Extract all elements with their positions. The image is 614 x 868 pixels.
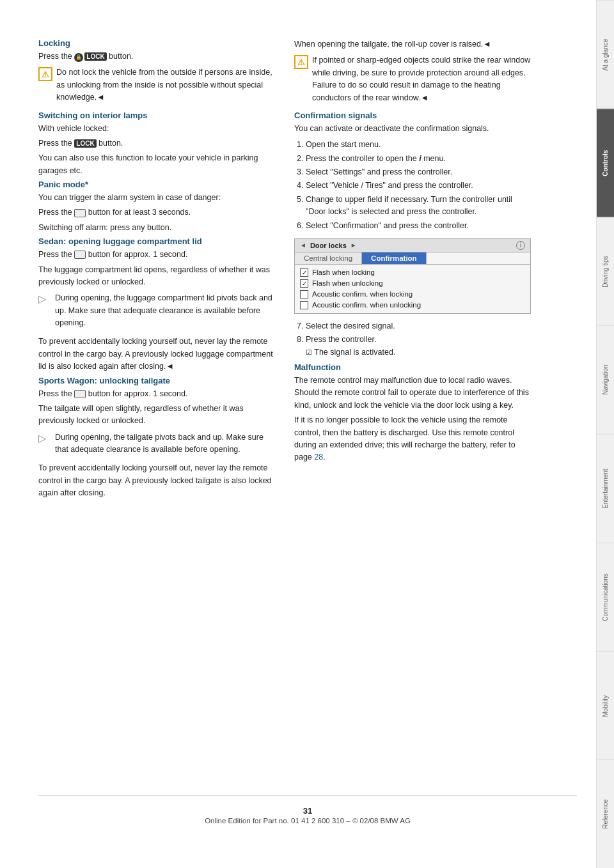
sports-wagon-note: ▷ During opening, the tailgate pivots ba…	[38, 431, 275, 459]
dl-option-4: Acoustic confirm. when unlocking	[300, 300, 525, 311]
sedan-text3: To prevent accidentally locking yourself…	[38, 336, 275, 373]
interior-lamps-section: Switching on interior lamps With vehicle…	[38, 111, 275, 178]
sports-wagon-title: Sports Wagon: unlocking tailgate	[38, 376, 275, 385]
rear-window-warning: ⚠ If pointed or sharp-edged objects coul…	[294, 54, 531, 107]
malfunction-text1: The remote control may malfunction due t…	[294, 375, 531, 412]
panic-mode-text3: Switching off alarm: press any button.	[38, 222, 275, 234]
checkbox-acoustic-locking[interactable]	[300, 290, 308, 298]
sedan-text2: The luggage compartment lid opens, regar…	[38, 264, 275, 289]
left-column: Locking Press the 🔒LOCK button. ⚠ Do not…	[38, 38, 275, 782]
step-8: Press the controller. ☑ The signal is ac…	[306, 334, 531, 359]
door-locks-nav-left: ◄	[300, 242, 306, 249]
interior-lamps-text1: With vehicle locked:	[38, 123, 275, 135]
step-2: Press the controller to open the i menu.	[306, 153, 531, 165]
step-4: Select "Vehicle / Tires" and press the c…	[306, 180, 531, 192]
door-locks-title-inner: ◄ Door locks ►	[300, 242, 357, 249]
triangle-note-icon: ▷	[38, 293, 51, 332]
sedan-note-text: During opening, the luggage compartment …	[55, 292, 275, 329]
sedan-text1: Press the button for approx. 1 second.	[38, 249, 275, 261]
interior-lamps-text2: Press the LOCK button.	[38, 137, 275, 150]
warning-triangle-icon2: ⚠	[294, 55, 308, 69]
sports-wagon-note-text: During opening, the tailgate pivots back…	[55, 431, 275, 456]
step-5: Change to upper field if necessary. Turn…	[306, 194, 531, 219]
checkbox-acoustic-unlocking[interactable]	[300, 301, 308, 309]
footer-text: Online Edition for Part no. 01 41 2 600 …	[38, 817, 577, 825]
locking-warning: ⚠ Do not lock the vehicle from the outsi…	[38, 66, 275, 106]
malfunction-title: Malfunction	[294, 362, 531, 372]
i-menu-label: i	[419, 154, 421, 163]
dl-label-acoustic-locking: Acoustic confirm. when locking	[312, 290, 413, 298]
right-column: When opening the tailgate, the roll-up c…	[294, 38, 531, 782]
malfunction-section: Malfunction The remote control may malfu…	[294, 362, 531, 464]
dl-label-flash-unlocking: Flash when unlocking	[312, 279, 383, 287]
side-tab-entertainment[interactable]: Entertainment	[597, 434, 614, 543]
door-locks-widget: ◄ Door locks ► i Central locking Confirm…	[294, 238, 531, 314]
malfunction-page-link[interactable]: 28	[314, 453, 323, 461]
check-mark-1: ✓	[302, 269, 307, 276]
lock-icon: 🔒	[74, 53, 83, 62]
sedan-note: ▷ During opening, the luggage compartmen…	[38, 292, 275, 332]
door-locks-tabs: Central locking Confirmation	[295, 252, 530, 265]
panic-mode-section: Panic mode* You can trigger the alarm sy…	[38, 180, 275, 234]
door-locks-info-icon: i	[516, 241, 525, 250]
sedan-section: Sedan: opening luggage compartment lid P…	[38, 236, 275, 373]
locking-warning-text: Do not lock the vehicle from the outside…	[56, 66, 275, 104]
side-tab-communications[interactable]: Communications	[597, 543, 614, 651]
dl-label-acoustic-unlocking: Acoustic confirm. when unlocking	[312, 301, 421, 309]
dl-option-2: ✓ Flash when unlocking	[300, 278, 525, 289]
confirmation-steps-list: Open the start menu. Press the controlle…	[294, 139, 531, 232]
tailgate-text: When opening the tailgate, the roll-up c…	[294, 38, 531, 50]
page-footer: 31 Online Edition for Part no. 01 41 2 6…	[38, 795, 577, 830]
step-6: Select "Confirmation" and press the cont…	[306, 220, 531, 232]
confirmation-signals-section: Confirmation signals You can activate or…	[294, 111, 531, 232]
page-number: 31	[38, 806, 577, 816]
steps-after-ui-list: Select the desired signal. Press the con…	[294, 320, 531, 359]
door-locks-tab-central[interactable]: Central locking	[295, 252, 362, 264]
side-tab-driving-tips[interactable]: Driving tips	[597, 217, 614, 326]
door-locks-tab-confirmation[interactable]: Confirmation	[362, 252, 427, 264]
check-mark-2: ✓	[302, 280, 307, 287]
checkbox-flash-unlocking[interactable]: ✓	[300, 279, 308, 288]
lock-button-label2: LOCK	[74, 139, 96, 148]
dl-option-3: Acoustic confirm. when locking	[300, 289, 525, 300]
locking-title: Locking	[38, 38, 275, 48]
step-7: Select the desired signal.	[306, 320, 531, 332]
side-tab-navigation[interactable]: Navigation	[597, 325, 614, 434]
side-tab-at-a-glance[interactable]: At a glance	[597, 0, 614, 109]
confirmation-signals-intro: You can activate or deactivate the confi…	[294, 123, 531, 135]
sports-wagon-text3: To prevent accidentally locking yourself…	[38, 462, 275, 499]
warning-triangle-icon: ⚠	[38, 67, 52, 81]
triangle-note-icon2: ▷	[38, 432, 51, 459]
lock-button-label: LOCK	[84, 52, 106, 61]
sports-wagon-text2: The tailgate will open slightly, regardl…	[38, 403, 275, 428]
panic-mode-title: Panic mode*	[38, 180, 275, 189]
remote-icon2	[74, 251, 86, 259]
signal-activated-text: ☑ The signal is activated.	[306, 348, 395, 357]
dl-label-flash-locking: Flash when locking	[312, 268, 375, 276]
checkmark-icon: ☑	[306, 348, 312, 356]
confirmation-signals-title: Confirmation signals	[294, 111, 531, 120]
step-3: Select "Settings" and press the controll…	[306, 166, 531, 178]
rear-window-warning-text: If pointed or sharp-edged objects could …	[312, 54, 531, 104]
checkbox-flash-locking[interactable]: ✓	[300, 268, 308, 277]
side-tab-reference[interactable]: Reference	[597, 759, 614, 868]
door-locks-title-bar: ◄ Door locks ► i	[295, 239, 530, 252]
interior-lamps-title: Switching on interior lamps	[38, 111, 275, 120]
remote-icon3	[74, 390, 86, 398]
side-tab-mobility[interactable]: Mobility	[597, 651, 614, 760]
sedan-title: Sedan: opening luggage compartment lid	[38, 236, 275, 246]
door-locks-title-text: Door locks	[310, 242, 347, 249]
side-tabs: At a glance Controls Driving tips Naviga…	[596, 0, 614, 868]
locking-press-text: Press the 🔒LOCK button.	[38, 50, 275, 63]
side-tab-controls[interactable]: Controls	[597, 109, 614, 217]
locking-section: Locking Press the 🔒LOCK button. ⚠ Do not…	[38, 38, 275, 107]
door-locks-nav-right: ►	[350, 242, 357, 249]
dl-option-1: ✓ Flash when locking	[300, 267, 525, 278]
sports-wagon-section: Sports Wagon: unlocking tailgate Press t…	[38, 376, 275, 500]
interior-lamps-text3: You can also use this function to locate…	[38, 152, 275, 177]
step-1: Open the start menu.	[306, 139, 531, 151]
remote-icon	[74, 209, 86, 217]
panic-mode-text1: You can trigger the alarm system in case…	[38, 192, 275, 204]
panic-mode-text2: Press the button for at least 3 seconds.	[38, 206, 275, 219]
malfunction-text2: If it is no longer possible to lock the …	[294, 414, 531, 464]
